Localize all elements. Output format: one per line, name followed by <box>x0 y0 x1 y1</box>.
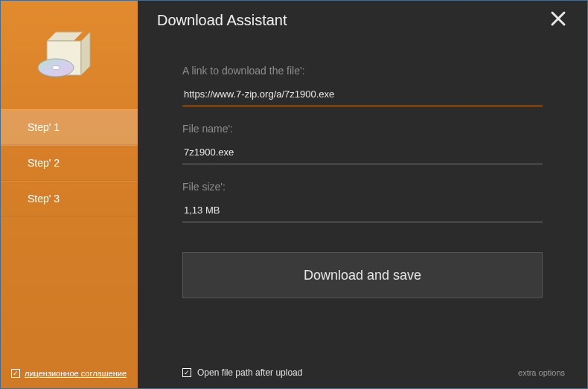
filename-input[interactable] <box>182 144 543 164</box>
link-label: A link to download the file': <box>182 65 543 77</box>
svg-marker-2 <box>81 32 90 75</box>
step-label: Step' 3 <box>28 193 60 205</box>
download-form: A link to download the file': File name'… <box>138 39 587 239</box>
step-label: Step' 1 <box>28 121 60 133</box>
download-button-label: Download and save <box>304 268 421 283</box>
filesize-field-group: File size': <box>182 181 543 222</box>
installer-icon <box>32 14 106 89</box>
open-path-group: ✓ Open file path after upload <box>182 367 302 378</box>
open-path-checkbox[interactable]: ✓ <box>182 368 191 377</box>
download-save-button[interactable]: Download and save <box>182 252 543 298</box>
filesize-input[interactable] <box>182 202 543 222</box>
page-title: Download Assistant <box>157 12 287 29</box>
svg-marker-0 <box>47 32 83 41</box>
extra-options-link[interactable]: extra options <box>518 368 565 377</box>
step-label: Step' 2 <box>28 157 60 169</box>
license-checkbox[interactable]: ✓ <box>11 369 20 378</box>
titlebar: Download Assistant <box>138 1 587 39</box>
app-window: Step' 1 Step' 2 Step' 3 ✓ лицензионное с… <box>0 0 588 389</box>
step-1[interactable]: Step' 1 <box>1 109 138 145</box>
step-2[interactable]: Step' 2 <box>1 145 138 181</box>
svg-point-4 <box>52 66 60 70</box>
license-link[interactable]: лицензионное соглашение <box>25 369 127 378</box>
sidebar-footer: ✓ лицензионное соглашение <box>11 369 127 378</box>
step-3[interactable]: Step' 3 <box>1 181 138 216</box>
close-icon <box>550 10 566 27</box>
sidebar: Step' 1 Step' 2 Step' 3 ✓ лицензионное с… <box>1 1 138 388</box>
bottom-bar: ✓ Open file path after upload extra opti… <box>138 367 587 378</box>
close-button[interactable] <box>547 7 569 33</box>
steps-nav: Step' 1 Step' 2 Step' 3 <box>1 109 138 216</box>
filesize-label: File size': <box>182 181 543 193</box>
link-input[interactable] <box>182 86 543 106</box>
link-field-group: A link to download the file': <box>182 65 543 106</box>
open-path-label: Open file path after upload <box>197 367 302 378</box>
filename-field-group: File name': <box>182 123 543 164</box>
filename-label: File name': <box>182 123 543 135</box>
main-panel: Download Assistant A link to download th… <box>138 1 587 388</box>
